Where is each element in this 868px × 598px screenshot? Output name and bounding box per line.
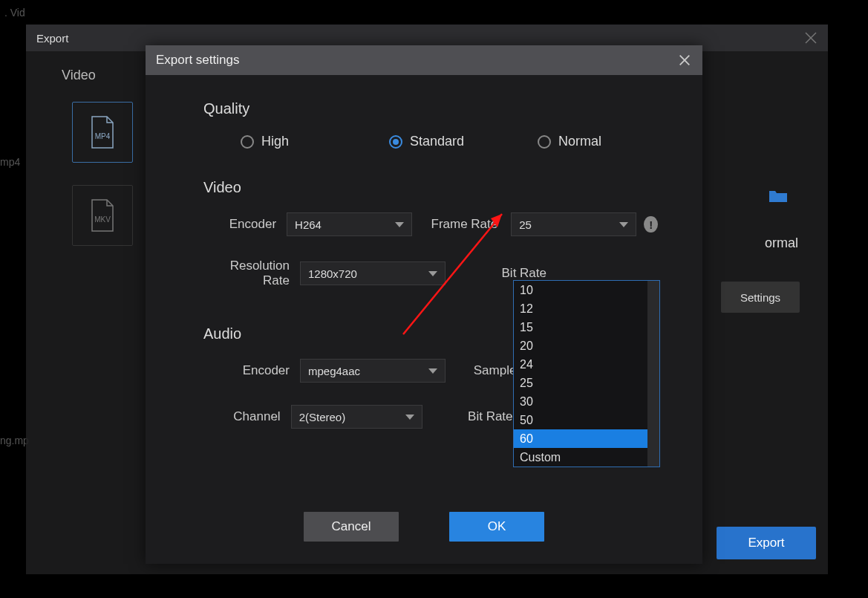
resolution-label: Resolution Rate: [203, 259, 300, 288]
chevron-down-icon: [405, 415, 414, 420]
chevron-down-icon: [428, 368, 437, 374]
framerate-value: 25: [519, 218, 532, 231]
video-bitrate-label: Bit Rate: [446, 266, 560, 281]
video-encoder-label: Encoder: [203, 217, 287, 232]
export-title: Export: [36, 32, 68, 45]
framerate-option[interactable]: 30: [514, 392, 647, 411]
framerate-option[interactable]: 12: [514, 299, 647, 318]
folder-icon[interactable]: [769, 189, 788, 204]
sidebar-title-video: Video: [62, 68, 96, 83]
video-encoder-value: H264: [295, 218, 322, 231]
scroll-down-icon[interactable]: [649, 457, 658, 464]
resolution-value: 1280x720: [308, 267, 357, 280]
radio-icon: [389, 135, 402, 149]
bg-ngmp-ext: ng.mp: [0, 435, 29, 446]
bg-mp4-ext: mp4: [0, 156, 20, 168]
framerate-option[interactable]: 25: [514, 374, 647, 392]
radio-icon: [241, 135, 254, 149]
framerate-option[interactable]: 24: [514, 355, 647, 374]
quality-standard-label: Standard: [410, 134, 464, 149]
quality-normal-label: Normal: [558, 134, 601, 149]
section-quality: Quality: [203, 100, 658, 117]
svg-text:MP4: MP4: [95, 132, 111, 140]
format-tile-mp4[interactable]: MP4: [72, 102, 133, 163]
framerate-label: Frame Rate: [412, 217, 511, 232]
quality-high[interactable]: High: [241, 134, 389, 149]
bg-vid-label: . Vid: [4, 7, 25, 19]
settings-titlebar: Export settings: [146, 45, 702, 75]
framerate-option[interactable]: 60: [514, 429, 647, 448]
audio-encoder-label: Encoder: [203, 363, 300, 378]
format-tile-mkv[interactable]: MKV: [72, 185, 133, 246]
chevron-down-icon: [619, 222, 628, 227]
cancel-button[interactable]: Cancel: [304, 512, 399, 542]
chevron-down-icon: [395, 222, 404, 227]
radio-icon: [538, 135, 551, 149]
export-close-icon[interactable]: [804, 31, 818, 45]
framerate-dropdown[interactable]: 101215202425305060Custom: [513, 280, 660, 467]
ok-button[interactable]: OK: [449, 512, 544, 542]
audio-encoder-value: mpeg4aac: [308, 365, 360, 377]
framerate-select[interactable]: 25: [511, 212, 636, 236]
framerate-info-icon[interactable]: !: [644, 216, 658, 233]
framerate-option[interactable]: 10: [514, 281, 647, 299]
channel-value: 2(Stereo): [299, 411, 346, 423]
framerate-option[interactable]: 50: [514, 411, 647, 429]
bg-settings-button[interactable]: Settings: [721, 282, 800, 313]
file-mkv-icon: MKV: [89, 198, 116, 233]
scrollbar-thumb[interactable]: [647, 281, 659, 377]
section-video: Video: [203, 179, 658, 196]
framerate-option[interactable]: Custom: [514, 448, 647, 467]
settings-title: Export settings: [156, 53, 239, 68]
video-encoder-select[interactable]: H264: [287, 212, 412, 236]
quality-normal[interactable]: Normal: [538, 134, 601, 149]
quality-high-label: High: [261, 134, 289, 149]
framerate-option[interactable]: 20: [514, 337, 647, 355]
scrollbar-track[interactable]: [647, 281, 659, 467]
framerate-option[interactable]: 15: [514, 318, 647, 337]
settings-close-button[interactable]: [677, 53, 692, 68]
quality-standard[interactable]: Standard: [389, 134, 538, 149]
audio-encoder-select[interactable]: mpeg4aac: [300, 359, 446, 383]
channel-select[interactable]: 2(Stereo): [291, 405, 422, 429]
resolution-select[interactable]: 1280x720: [300, 261, 446, 285]
chevron-down-icon: [428, 271, 437, 276]
close-icon: [678, 53, 691, 67]
file-mp4-icon: MP4: [89, 115, 116, 149]
bg-quality-normal: ormal: [765, 235, 798, 251]
svg-text:MKV: MKV: [94, 215, 111, 224]
export-settings-dialog: Export settings Quality High Standard No…: [146, 45, 702, 564]
channel-label: Channel: [203, 409, 291, 424]
scroll-up-icon[interactable]: [649, 283, 658, 290]
bg-export-button[interactable]: Export: [717, 527, 816, 559]
audio-bitrate-label: Bit Rate: [422, 409, 526, 424]
